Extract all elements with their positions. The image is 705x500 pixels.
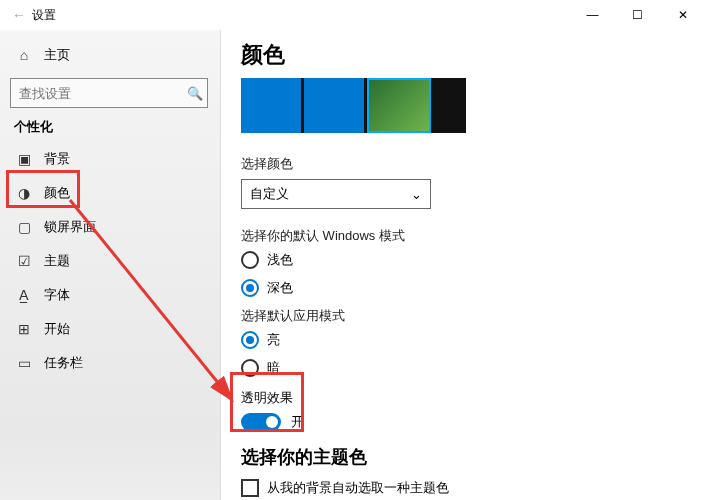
search-icon: 🔍	[187, 86, 203, 101]
radio-icon	[241, 359, 259, 377]
toggle-knob	[266, 416, 278, 428]
maximize-button[interactable]: ☐	[615, 0, 660, 30]
theme-color-heading: 选择你的主题色	[241, 445, 685, 469]
color-preview	[241, 78, 466, 133]
search-box[interactable]: 🔍	[10, 78, 208, 108]
app-mode-label: 选择默认应用模式	[241, 307, 685, 325]
minimize-button[interactable]: —	[570, 0, 615, 30]
radio-app-dark[interactable]: 暗	[241, 359, 685, 377]
page-title: 颜色	[241, 40, 685, 70]
sidebar-item-label: 背景	[44, 150, 70, 168]
preview-tile-image	[367, 78, 431, 133]
radio-label: 浅色	[267, 251, 293, 269]
palette-icon: ◑	[16, 185, 32, 201]
radio-label: 亮	[267, 331, 280, 349]
start-icon: ⊞	[16, 321, 32, 337]
transparency-toggle[interactable]	[241, 413, 281, 431]
lock-icon: ▢	[16, 219, 32, 235]
dropdown-value: 自定义	[250, 185, 289, 203]
sidebar: ⌂ 主页 🔍 个性化 ▣ 背景 ◑ 颜色 ▢ 锁屏界面 ☑ 主题 A̲ 字体	[0, 30, 220, 500]
choose-color-dropdown[interactable]: 自定义 ⌄	[241, 179, 431, 209]
back-icon: ←	[12, 7, 26, 23]
search-input[interactable]	[19, 86, 187, 101]
radio-icon	[241, 279, 259, 297]
font-icon: A̲	[16, 287, 32, 303]
preview-tile-blue	[304, 78, 364, 133]
content-pane: 颜色 选择颜色 自定义 ⌄ 选择你的默认 Windows 模式 浅色 深色 选择…	[220, 30, 705, 500]
titlebar: ← 设置 — ☐ ✕	[0, 0, 705, 30]
radio-icon	[241, 251, 259, 269]
sidebar-item-colors[interactable]: ◑ 颜色	[10, 176, 220, 210]
sidebar-item-label: 开始	[44, 320, 70, 338]
section-title: 个性化	[14, 118, 220, 136]
theme-icon: ☑	[16, 253, 32, 269]
auto-pick-color-checkbox[interactable]: 从我的背景自动选取一种主题色	[241, 479, 685, 497]
sidebar-item-start[interactable]: ⊞ 开始	[10, 312, 220, 346]
sidebar-item-background[interactable]: ▣ 背景	[10, 142, 220, 176]
windows-mode-label: 选择你的默认 Windows 模式	[241, 227, 685, 245]
chevron-down-icon: ⌄	[411, 187, 422, 202]
home-label: 主页	[44, 46, 70, 64]
preview-tile-blue	[241, 78, 301, 133]
sidebar-item-themes[interactable]: ☑ 主题	[10, 244, 220, 278]
sidebar-item-label: 字体	[44, 286, 70, 304]
window-controls: — ☐ ✕	[570, 0, 705, 30]
radio-icon	[241, 331, 259, 349]
taskbar-icon: ▭	[16, 355, 32, 371]
sidebar-item-label: 主题	[44, 252, 70, 270]
close-button[interactable]: ✕	[660, 0, 705, 30]
home-link[interactable]: ⌂ 主页	[10, 38, 220, 72]
radio-app-light[interactable]: 亮	[241, 331, 685, 349]
sidebar-item-fonts[interactable]: A̲ 字体	[10, 278, 220, 312]
home-icon: ⌂	[16, 47, 32, 63]
toggle-state-label: 开	[291, 413, 304, 431]
transparency-label: 透明效果	[241, 389, 685, 407]
sidebar-item-label: 任务栏	[44, 354, 83, 372]
radio-label: 暗	[267, 359, 280, 377]
choose-color-label: 选择颜色	[241, 155, 685, 173]
checkbox-label: 从我的背景自动选取一种主题色	[267, 479, 449, 497]
sidebar-item-taskbar[interactable]: ▭ 任务栏	[10, 346, 220, 380]
radio-windows-dark[interactable]: 深色	[241, 279, 685, 297]
sidebar-item-label: 颜色	[44, 184, 70, 202]
sidebar-item-lockscreen[interactable]: ▢ 锁屏界面	[10, 210, 220, 244]
checkbox-icon	[241, 479, 259, 497]
app-title: 设置	[32, 7, 56, 24]
picture-icon: ▣	[16, 151, 32, 167]
radio-label: 深色	[267, 279, 293, 297]
sidebar-item-label: 锁屏界面	[44, 218, 96, 236]
radio-windows-light[interactable]: 浅色	[241, 251, 685, 269]
